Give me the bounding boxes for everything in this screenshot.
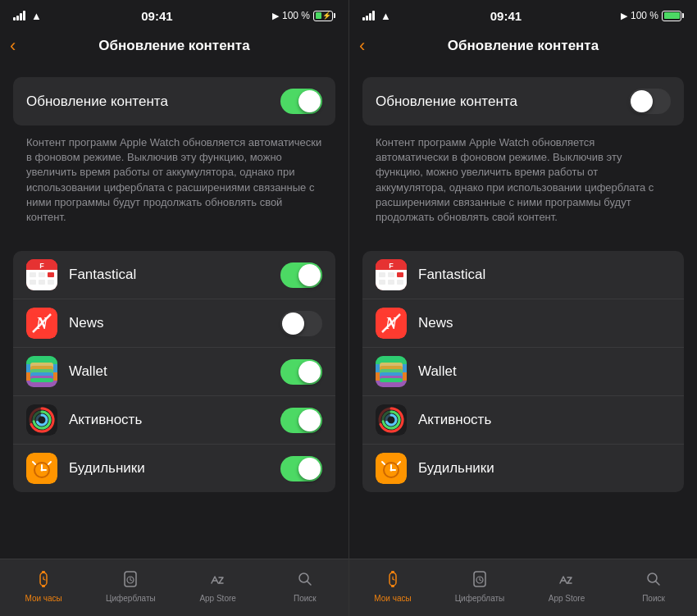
- tab-icon-search: [644, 569, 663, 592]
- svg-line-45: [43, 579, 45, 580]
- tab-icon-appstore: [208, 569, 228, 592]
- tab-label: App Store: [199, 594, 235, 603]
- app-list: F Fantastical N News: [13, 251, 335, 492]
- description-text: Контент программ Apple Watch обновляется…: [13, 125, 335, 238]
- wifi-icon: ▲: [380, 10, 391, 22]
- main-toggle-label: Обновление контента: [26, 94, 168, 110]
- toggle-knob: [298, 264, 321, 286]
- status-left: ▲: [13, 10, 42, 22]
- battery-icon: ⚡: [313, 11, 335, 21]
- activity-icon: [376, 404, 407, 436]
- app-name: Wallet: [418, 363, 671, 380]
- toggle-switch[interactable]: [280, 262, 322, 288]
- toggle-switch[interactable]: [629, 89, 671, 114]
- toggle-switch[interactable]: [280, 408, 322, 433]
- svg-point-94: [390, 469, 393, 472]
- tab-item-Циферблаты[interactable]: Циферблаты: [436, 564, 523, 603]
- toggle-knob: [631, 90, 653, 112]
- activity-icon: [26, 404, 57, 436]
- tab-icon-watch: [34, 569, 53, 592]
- app-name: News: [69, 315, 280, 331]
- toggle-knob: [282, 313, 304, 335]
- tab-label: Мои часы: [374, 594, 411, 603]
- tab-item-Мои часы[interactable]: Мои часы: [0, 564, 87, 603]
- svg-rect-59: [379, 272, 385, 277]
- svg-rect-7: [48, 272, 54, 277]
- tab-bar: Мои часы Циферблаты App Store Поиск: [0, 559, 348, 616]
- bolt-icon: ⚡: [322, 11, 331, 20]
- status-time: 09:41: [490, 9, 522, 23]
- fantastical-icon: F: [26, 259, 57, 290]
- svg-rect-79: [380, 378, 403, 382]
- svg-rect-96: [391, 571, 394, 573]
- back-button[interactable]: ‹: [10, 35, 16, 57]
- tab-label: Поиск: [642, 594, 665, 603]
- toggle-switch[interactable]: [280, 456, 322, 481]
- battery-percent: 100 %: [282, 10, 310, 21]
- status-left: ▲: [362, 10, 391, 22]
- toggle-switch[interactable]: [280, 311, 322, 336]
- wifi-icon: ▲: [31, 10, 42, 22]
- svg-rect-6: [39, 272, 45, 277]
- svg-rect-8: [30, 280, 36, 285]
- app-row: Wallet: [13, 348, 335, 396]
- main-toggle-label: Обновление контента: [376, 94, 517, 110]
- svg-line-53: [307, 582, 311, 586]
- signal-icon: [362, 11, 375, 21]
- app-row: F Fantastical: [13, 251, 335, 299]
- svg-rect-64: [397, 280, 403, 285]
- wallet-icon: [26, 356, 57, 387]
- toggle-switch[interactable]: [280, 359, 322, 385]
- app-row: Wallet: [362, 348, 684, 396]
- app-row: Активность: [362, 396, 684, 445]
- status-bar: ▲ 09:41 ▶ 100 % ⚡: [0, 0, 348, 28]
- app-row: F Fantastical: [362, 251, 684, 299]
- tab-item-Поиск[interactable]: Поиск: [262, 564, 348, 603]
- tab-item-Мои часы[interactable]: Мои часы: [349, 564, 436, 603]
- svg-rect-5: [30, 272, 36, 277]
- toggle-knob: [298, 90, 321, 112]
- svg-rect-9: [39, 280, 45, 285]
- main-toggle-section: Обновление контента: [13, 77, 335, 125]
- fantastical-icon: F: [376, 259, 407, 290]
- status-right: ▶ 100 % ⚡: [272, 10, 335, 21]
- tab-bar: Мои часы Циферблаты App Store Поиск: [349, 559, 697, 616]
- alarm-icon: [26, 453, 57, 484]
- toggle-knob: [298, 361, 321, 383]
- svg-text:F: F: [389, 262, 394, 270]
- tab-item-Циферблаты[interactable]: Циферблаты: [87, 564, 174, 603]
- tab-label: Мои часы: [25, 594, 61, 603]
- tab-item-App Store[interactable]: App Store: [523, 564, 610, 603]
- tab-icon-clockface: [470, 569, 490, 592]
- main-toggle-row: Обновление контента: [13, 77, 335, 125]
- app-name: Будильники: [418, 460, 671, 477]
- status-right: ▶ 100 %: [621, 10, 684, 21]
- app-name: News: [418, 315, 671, 331]
- page-title: Обновление контента: [448, 38, 599, 54]
- back-button[interactable]: ‹: [359, 35, 365, 57]
- svg-rect-62: [379, 280, 385, 285]
- content-area: Обновление контентаКонтент программ Appl…: [349, 64, 697, 559]
- toggle-knob: [298, 409, 321, 431]
- app-name: Wallet: [69, 363, 280, 380]
- battery-percent: 100 %: [631, 10, 658, 21]
- tab-item-Поиск[interactable]: Поиск: [610, 564, 697, 603]
- toggle-knob: [298, 458, 321, 480]
- app-name: Активность: [69, 412, 280, 428]
- nav-arrow-icon: ▶: [272, 11, 279, 21]
- app-name: Будильники: [69, 460, 280, 477]
- phone-panel-right: ▲ 09:41 ▶ 100 % ‹Обновление контентаОбно…: [348, 0, 697, 616]
- tab-item-App Store[interactable]: App Store: [175, 564, 262, 603]
- svg-line-99: [393, 579, 394, 580]
- alarm-icon: [376, 453, 407, 484]
- svg-rect-43: [42, 585, 45, 587]
- main-toggle-section: Обновление контента: [362, 77, 684, 125]
- svg-text:F: F: [39, 262, 44, 270]
- toggle-switch[interactable]: [280, 89, 322, 114]
- tab-label: App Store: [549, 594, 585, 603]
- status-bar: ▲ 09:41 ▶ 100 %: [349, 0, 697, 28]
- nav-arrow-icon: ▶: [621, 11, 627, 21]
- status-time: 09:41: [141, 9, 172, 23]
- svg-rect-10: [48, 280, 54, 285]
- nav-header: ‹Обновление контента: [349, 28, 697, 64]
